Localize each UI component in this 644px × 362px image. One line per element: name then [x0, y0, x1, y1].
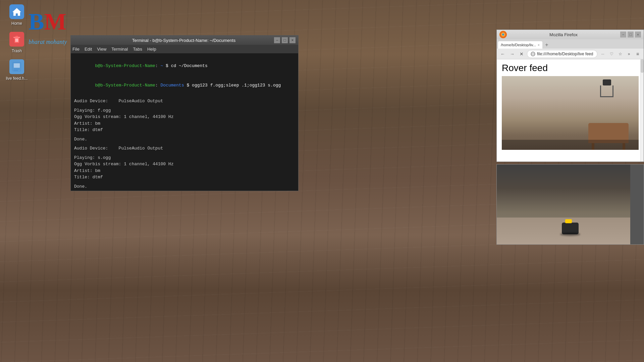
bm-subtitle: bharat mohanty [29, 39, 67, 46]
firefox-url-text: file:////home/b/Desktop/live feed [537, 52, 593, 56]
firefox-logo-icon [499, 31, 507, 38]
terminal-menu-help[interactable]: Help [147, 47, 156, 52]
rover-bottom-image [496, 164, 644, 245]
terminal-menu-view[interactable]: View [97, 47, 106, 52]
terminal-done-1: Done. [74, 136, 295, 143]
trash-label: Trash [12, 49, 22, 53]
firefox-tab-label: /home/b/Desktop/liv... [501, 43, 536, 47]
firefox-scrollbar-thumb[interactable] [641, 59, 644, 73]
firefox-bookmark-heart-button[interactable]: ♡ [607, 50, 615, 58]
svg-rect-7 [14, 63, 20, 68]
firefox-close-button[interactable]: × [635, 32, 641, 38]
terminal-playing-f: Playing: f.ogg [74, 107, 295, 114]
livefeed-icon-container[interactable]: live feed.h... [3, 58, 30, 81]
firefox-tab-bar: /home/b/Desktop/liv... × + [497, 39, 644, 49]
firefox-win-controls: − □ × [620, 32, 641, 38]
terminal-done-2: Done. [74, 183, 295, 190]
terminal-line-2: b@b-System-Product-Name: Documents $ ogg… [74, 76, 295, 96]
terminal-close-button[interactable]: × [289, 37, 296, 43]
firefox-page-content: Rover feed [497, 59, 644, 162]
trash-icon [8, 31, 25, 48]
terminal-title: Terminal - b@b-System-Product-Name: ~/Do… [94, 38, 274, 43]
livefeed-icon [8, 58, 25, 75]
firefox-more-button[interactable]: ··· [599, 50, 607, 58]
terminal-line-1: b@b-System-Product-Name: ~ $ cd ~/Docume… [74, 56, 295, 76]
home-icon [8, 3, 25, 20]
firefox-menu-button[interactable]: ≡ [634, 50, 642, 58]
firefox-back-button[interactable]: ← [499, 50, 507, 58]
rover-top-image [502, 76, 639, 150]
firefox-forward-button[interactable]: → [508, 50, 516, 58]
rover-shadow [560, 233, 580, 236]
terminal-blank-1 [74, 95, 295, 98]
terminal-title-2: Title: dtmf [74, 174, 295, 181]
terminal-titlebar[interactable]: Terminal - b@b-System-Product-Name: ~/Do… [71, 36, 298, 45]
firefox-new-tab-button[interactable]: + [543, 41, 550, 49]
trash-icon-container[interactable]: Trash [3, 31, 30, 53]
firefox-maximize-button[interactable]: □ [628, 32, 634, 38]
terminal-last-cmd-1: b@b-System-Product-Name: Documents $ ogg… [74, 190, 295, 191]
terminal-menu-terminal[interactable]: Terminal [111, 47, 128, 52]
camera-tripod [602, 79, 612, 100]
room-wall-right [630, 165, 644, 244]
terminal-title-1: Title: dtmf [74, 127, 295, 133]
terminal-maximize-button[interactable]: □ [282, 37, 288, 43]
terminal-ogg-stream-1: Ogg Vorbis stream: 1 channel, 44100 Hz [74, 114, 295, 120]
firefox-minimize-button[interactable]: − [620, 32, 626, 38]
firefox-active-tab[interactable]: /home/b/Desktop/liv... × [498, 41, 542, 49]
firefox-url-bar[interactable]: file:////home/b/Desktop/live feed [527, 50, 597, 58]
terminal-minimize-button[interactable]: − [274, 37, 280, 43]
firefox-reload-button[interactable]: ✕ [518, 50, 526, 58]
livefeed-label: live feed.h... [6, 76, 28, 81]
terminal-body[interactable]: b@b-System-Product-Name: ~ $ cd ~/Docume… [71, 53, 298, 191]
terminal-artist-2: Artist: bm [74, 168, 295, 174]
firefox-window: Mozilla Firefox − □ × /home/b/Desktop/li… [496, 29, 644, 162]
terminal-menu-edit[interactable]: Edit [85, 47, 92, 52]
firefox-extra-controls: ··· ♡ ☆ » ≡ [599, 50, 642, 58]
terminal-ogg-stream-2: Ogg Vorbis stream: 1 channel, 44100 Hz [74, 161, 295, 168]
svg-point-12 [502, 34, 504, 36]
terminal-menu-file[interactable]: File [72, 47, 79, 52]
room-background [502, 76, 639, 150]
firefox-scrollbar[interactable] [640, 59, 644, 162]
terminal-playing-s: Playing: s.ogg [74, 155, 295, 161]
firefox-star-button[interactable]: ☆ [616, 50, 624, 58]
terminal-audio-device-2: Audio Device: PulseAudio Output [74, 145, 295, 152]
home-icon-container[interactable]: Home [3, 3, 30, 26]
firefox-tab-close-button[interactable]: × [538, 43, 540, 47]
desktop: Home Trash [0, 0, 644, 362]
terminal-menu-tabs[interactable]: Tabs [133, 47, 142, 52]
firefox-expand-button[interactable]: » [625, 50, 633, 58]
terminal-window: Terminal - b@b-System-Product-Name: ~/Do… [70, 35, 299, 191]
home-label: Home [11, 21, 22, 26]
firefox-navbar: ← → ✕ file:////home/b/Desktop/live feed … [497, 49, 644, 59]
firefox-title-text: Mozilla Firefox [507, 32, 620, 37]
firefox-titlebar[interactable]: Mozilla Firefox − □ × [497, 30, 644, 39]
rover-feed-heading: Rover feed [502, 63, 639, 73]
bm-logo: BM [29, 10, 66, 34]
room-floor-shadow [502, 140, 639, 150]
rover-room-bg [497, 165, 644, 244]
terminal-audio-device-1: Audio Device: PulseAudio Output [74, 98, 295, 105]
bm-logo-b: B [29, 9, 44, 35]
camera-body [603, 79, 611, 85]
svg-rect-2 [15, 36, 18, 37]
bm-logo-m: M [44, 9, 66, 35]
location-icon [531, 52, 535, 56]
terminal-controls: − □ × [274, 37, 296, 43]
terminal-menubar: File Edit View Terminal Tabs Help [71, 45, 298, 53]
tripod-legs [600, 85, 613, 97]
terminal-artist-1: Artist: bm [74, 120, 295, 127]
